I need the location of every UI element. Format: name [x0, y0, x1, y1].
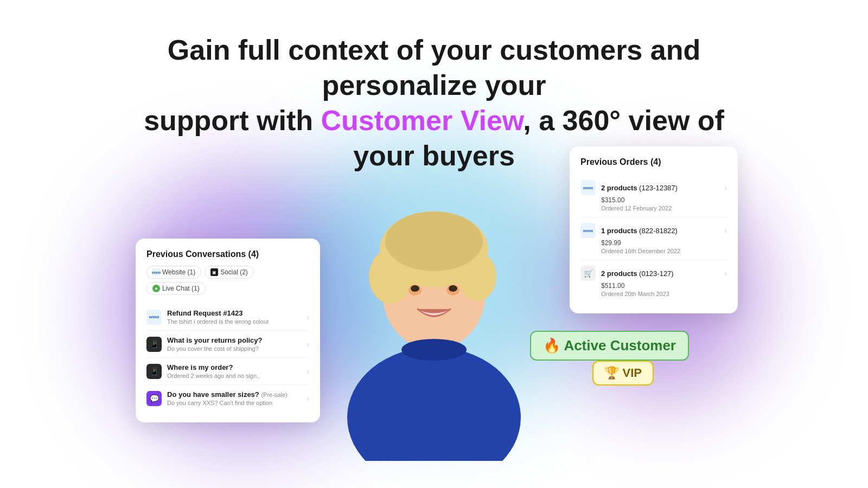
- order-item-2[interactable]: www 1 products (822-81822) › $29.99 Orde…: [580, 217, 727, 260]
- active-customer-label: Active Customer: [564, 337, 676, 354]
- social-icon: ▣: [210, 268, 218, 276]
- conv-item-2-subtitle: Do you cover the cost of shipping?: [167, 345, 303, 352]
- conv-icon-phone-1: 📱: [146, 337, 162, 352]
- livechat-icon: ●: [152, 285, 160, 292]
- order-item-1-header: www 2 products (123-12387) ›: [580, 180, 727, 195]
- headline-highlight: Customer View: [321, 105, 524, 136]
- tab-social-label: Social (2): [220, 268, 248, 276]
- conv-chevron-2: ›: [307, 340, 309, 349]
- headline-line1: Gain full context of your customers and …: [136, 33, 732, 103]
- vip-badge: 🏆 VIP: [592, 361, 654, 386]
- conv-item-2-title: What is your returns policy?: [167, 336, 303, 344]
- page-container: Gain full context of your customers and …: [0, 0, 868, 488]
- conv-icon-www: www: [146, 310, 162, 325]
- order-icon-cart: 🛒: [580, 266, 596, 281]
- order-item-2-price: $29.99: [601, 239, 727, 247]
- tab-website-label: Website (1): [162, 268, 195, 276]
- order-chevron-3: ›: [724, 269, 727, 278]
- order-item-2-date: Ordered 16th December 2022: [601, 248, 727, 254]
- headline: Gain full context of your customers and …: [136, 33, 732, 174]
- vip-label: VIP: [623, 366, 642, 380]
- conv-item-1-text: Refund Request #1423 The tshirt i ordere…: [167, 309, 303, 325]
- conversations-card: Previous Conversations (4) www Website (…: [136, 239, 320, 422]
- conv-item-4-subtitle: Do you carry XXS? Can't find the option: [167, 400, 303, 406]
- tab-social[interactable]: ▣ Social (2): [205, 266, 254, 279]
- order-item-1-title: 2 products (123-12387): [601, 184, 724, 192]
- active-customer-emoji: 🔥: [543, 337, 560, 354]
- active-customer-badge: 🔥 Active Customer: [530, 331, 689, 361]
- conv-chevron-3: ›: [307, 367, 309, 376]
- order-item-3-title: 2 products (0123-127): [601, 269, 724, 278]
- conv-chevron-1: ›: [307, 313, 309, 322]
- conv-item-3-subtitle: Ordered 2 weeks ago and no sign..: [167, 373, 303, 379]
- conversations-tabs: www Website (1) ▣ Social (2) ● Live Chat…: [146, 266, 309, 295]
- tab-livechat-label: Live Chat (1): [162, 285, 200, 292]
- conv-item-4[interactable]: 💬 Do you have smaller sizes? (Pre-sale) …: [146, 385, 309, 412]
- conv-item-2[interactable]: 📱 What is your returns policy? Do you co…: [146, 331, 309, 358]
- cards-area: Previous Conversations (4) www Website (…: [108, 130, 760, 466]
- conv-item-3-text: Where is my order? Ordered 2 weeks ago a…: [167, 363, 303, 379]
- conversations-card-title: Previous Conversations (4): [146, 249, 309, 259]
- headline-line2: support with Customer View, a 360° view …: [136, 103, 732, 174]
- order-item-2-header: www 1 products (822-81822) ›: [580, 223, 727, 238]
- conv-item-1-subtitle: The tshirt i ordered is the wrong colour: [167, 318, 303, 325]
- order-chevron-1: ›: [724, 183, 727, 192]
- order-icon-www-2: www: [580, 223, 596, 238]
- www-icon: www: [152, 268, 160, 276]
- order-item-3-date: Ordered 20th March 2023: [601, 291, 727, 297]
- conv-item-1[interactable]: www Refund Request #1423 The tshirt i or…: [146, 304, 309, 331]
- conv-item-3[interactable]: 📱 Where is my order? Ordered 2 weeks ago…: [146, 358, 309, 385]
- vip-emoji: 🏆: [604, 366, 619, 380]
- conv-item-4-title: Do you have smaller sizes? (Pre-sale): [167, 390, 303, 399]
- order-item-3[interactable]: 🛒 2 products (0123-127) › $511.00 Ordere…: [580, 260, 727, 303]
- conv-chevron-4: ›: [307, 394, 309, 403]
- tab-livechat[interactable]: ● Live Chat (1): [146, 282, 206, 295]
- order-item-2-title: 1 products (822-81822): [601, 227, 724, 235]
- conv-icon-purple: 💬: [146, 391, 162, 406]
- tab-website[interactable]: www Website (1): [146, 266, 201, 279]
- order-item-3-price: $511.00: [601, 282, 727, 290]
- order-item-1[interactable]: www 2 products (123-12387) › $315.00 Ord…: [580, 175, 727, 217]
- order-chevron-2: ›: [724, 226, 727, 235]
- conv-icon-phone-2: 📱: [146, 364, 162, 379]
- order-item-1-date: Ordered 12 February 2022: [601, 205, 727, 211]
- conv-item-4-text: Do you have smaller sizes? (Pre-sale) Do…: [167, 390, 303, 406]
- order-icon-www-1: www: [580, 180, 596, 195]
- conv-item-3-title: Where is my order?: [167, 363, 303, 371]
- order-item-3-header: 🛒 2 products (0123-127) ›: [580, 266, 727, 281]
- conv-item-1-title: Refund Request #1423: [167, 309, 303, 317]
- conv-item-2-text: What is your returns policy? Do you cove…: [167, 336, 303, 352]
- order-item-1-price: $315.00: [601, 196, 727, 204]
